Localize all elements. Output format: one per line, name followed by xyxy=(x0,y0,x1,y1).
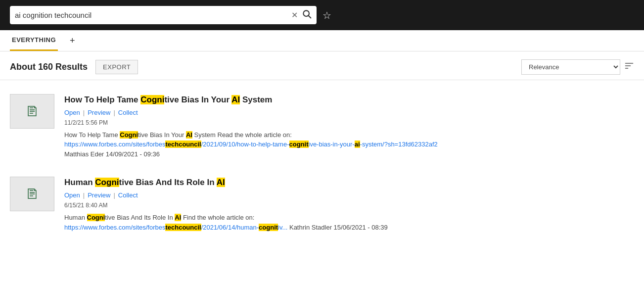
document-icon: 🖹 xyxy=(25,103,39,120)
url-highlight-cognit: cognit xyxy=(289,141,309,148)
tab-add-button[interactable]: + xyxy=(68,32,77,50)
search-button[interactable] xyxy=(302,9,312,21)
preview-link[interactable]: Preview xyxy=(88,109,110,116)
collect-link[interactable]: Collect xyxy=(118,191,138,199)
snippet-highlight-ai: AI xyxy=(175,214,181,221)
clear-icon[interactable]: ✕ xyxy=(291,10,298,20)
results-right: Relevance Date Title xyxy=(521,59,634,75)
result-title: How To Help Tame Cognitive Bias In Your … xyxy=(64,94,634,106)
snippet-highlight: Cogni xyxy=(120,131,138,139)
star-icon[interactable]: ☆ xyxy=(322,9,331,21)
result-date: 11/2/21 5:56 PM xyxy=(64,119,634,126)
title-text: tive Bias And Its Role In xyxy=(119,178,217,187)
export-button[interactable]: EXPORT xyxy=(95,60,138,74)
search-bar: ✕ xyxy=(10,6,317,24)
url-highlight-techcouncil: techcouncil xyxy=(165,141,201,148)
preview-link[interactable]: Preview xyxy=(88,191,110,199)
open-link[interactable]: Open xyxy=(64,191,80,199)
document-icon: 🖹 xyxy=(25,186,39,202)
url-highlight-ai: ai xyxy=(355,141,360,148)
svg-point-0 xyxy=(303,10,309,16)
result-snippet: Human Cognitive Bias And Its Role In AI … xyxy=(64,213,634,232)
snippet-highlight-ai: AI xyxy=(186,131,192,139)
snippet-text: How To Help Tame xyxy=(64,131,120,139)
collect-link[interactable]: Collect xyxy=(118,109,138,116)
result-item: 🖹 How To Help Tame Cognitive Bias In You… xyxy=(0,85,644,168)
sort-select[interactable]: Relevance Date Title xyxy=(521,59,620,75)
open-link[interactable]: Open xyxy=(64,109,80,116)
snippet-text: Find the whole article on: xyxy=(181,214,254,221)
result-thumbnail: 🖹 xyxy=(10,177,54,211)
url-highlight-cognit: cognit xyxy=(259,224,278,231)
search-icon xyxy=(302,9,312,19)
title-text: Human xyxy=(64,178,95,187)
url-highlight-techcouncil: techcouncil xyxy=(165,224,201,231)
title-highlight-ai: AI xyxy=(217,178,225,187)
result-title: Human Cognitive Bias And Its Role In AI xyxy=(64,177,634,189)
title-highlight-cognitive: Cogni xyxy=(140,95,164,104)
result-actions: Open | Preview | Collect xyxy=(64,191,634,199)
result-author: Matthias Eder 14/09/2021 - 09:36 xyxy=(64,150,160,158)
title-highlight-cognitive: Cogni xyxy=(95,178,119,187)
svg-line-1 xyxy=(309,16,311,18)
results-bar: About 160 Results EXPORT Relevance Date … xyxy=(0,51,644,80)
tabs-bar: EVERYTHING + xyxy=(0,30,644,51)
title-text: tive Bias In Your xyxy=(164,95,231,104)
results-divider xyxy=(0,80,644,80)
title-highlight-ai: AI xyxy=(231,95,240,104)
result-content: Human Cognitive Bias And Its Role In AI … xyxy=(64,177,634,232)
result-author: Kathrin Stadler 15/06/2021 - 08:39 xyxy=(287,224,387,231)
result-url[interactable]: https://www.forbes.com/sites/forbestechc… xyxy=(64,141,438,148)
result-item: 🖹 Human Cognitive Bias And Its Role In A… xyxy=(0,168,644,241)
result-actions: Open | Preview | Collect xyxy=(64,109,634,116)
snippet-text: System Read the whole article on: xyxy=(192,131,292,139)
snippet-highlight: Cogni xyxy=(87,214,105,221)
result-thumbnail: 🖹 xyxy=(10,94,54,129)
sort-icon[interactable] xyxy=(624,61,634,73)
snippet-text: Human xyxy=(64,214,87,221)
snippet-text: tive Bias And Its Role In xyxy=(105,214,175,221)
header: ✕ ☆ xyxy=(0,0,644,30)
result-snippet: How To Help Tame Cognitive Bias In Your … xyxy=(64,130,634,159)
results-left: About 160 Results EXPORT xyxy=(10,60,138,74)
title-text: System xyxy=(240,95,272,104)
results-count: About 160 Results xyxy=(10,62,88,72)
result-content: How To Help Tame Cognitive Bias In Your … xyxy=(64,94,634,159)
search-input[interactable] xyxy=(15,11,287,19)
result-url[interactable]: https://www.forbes.com/sites/forbestechc… xyxy=(64,224,287,231)
snippet-text: tive Bias In Your xyxy=(138,131,186,139)
tab-everything[interactable]: EVERYTHING xyxy=(10,30,58,51)
title-text: How To Help Tame xyxy=(64,95,140,104)
result-date: 6/15/21 8:40 AM xyxy=(64,202,634,209)
